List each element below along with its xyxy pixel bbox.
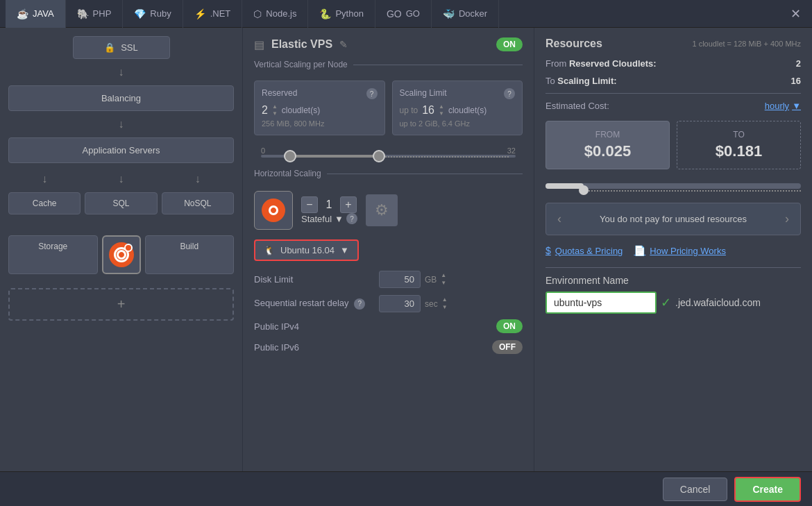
horiz-row: − 1 + Stateful ▼ ? ⚙ [254,191,523,230]
resources-divider [545,93,801,94]
sequential-restart-input[interactable] [379,295,421,312]
java-icon: ☕ [17,8,28,19]
tab-nodejs[interactable]: ⬡ Node.js [242,0,308,28]
disk-limit-input[interactable] [379,271,421,288]
scaling-spinner[interactable]: ▲ ▼ [439,103,444,117]
elastic-vps-header: ▤ Elastic VPS ✎ ON [254,37,523,51]
tab-java[interactable]: ☕ JAVA [6,0,66,28]
balancing-button[interactable]: Balancing [8,85,234,111]
tab-bar: ☕ JAVA 🐘 PHP 💎 Ruby ⚡ .NET ⬡ Node.js 🐍 P… [0,0,812,28]
tab-net-label: .NET [210,8,231,19]
price-cards: FROM $0.025 TO $0.181 [545,121,801,169]
how-pricing-works-link[interactable]: 📄 How Pricing Works [634,245,726,256]
cache-button[interactable]: Cache [8,192,81,214]
price-filled [545,183,584,189]
sequential-restart-row: Sequential restart delay ? sec ▲ ▼ [254,295,523,312]
vertical-slider[interactable]: 0 32 [254,146,523,158]
tab-go[interactable]: GO GO [375,0,432,28]
tab-ruby[interactable]: 💎 Ruby [123,0,183,28]
price-thumb[interactable] [579,185,589,195]
storage-button[interactable]: Storage [8,235,98,274]
vps-toggle[interactable]: ON [496,37,523,51]
disk-limit-spinner[interactable]: ▲ ▼ [441,272,446,287]
env-divider [545,267,801,268]
scaling-limit-box: Scaling Limit ? up to 16 ▲ ▼ cloudlet(s)… [392,81,523,135]
sql-button[interactable]: SQL [85,192,157,214]
reserved-help-icon[interactable]: ? [366,88,378,99]
to-scaling-value: 16 [791,76,801,86]
public-ipv4-row: Public IPv4 ON [254,319,523,333]
env-domain-suffix: .jed.wafaicloud.com [675,297,761,308]
ubuntu-icon-button[interactable] [102,235,141,274]
increment-button[interactable]: + [340,196,357,213]
tab-php[interactable]: 🐘 PHP [66,0,124,28]
to-scaling-label: To Scaling Limit: [545,76,617,86]
sequential-restart-spinner[interactable]: ▲ ▼ [442,296,448,311]
ubuntu-inner-ring [117,250,126,260]
estimated-cost-label: Estimated Cost: [545,101,609,111]
sequential-restart-help-icon[interactable]: ? [354,298,365,310]
add-node-button[interactable]: + [8,288,234,321]
quotas-pricing-link[interactable]: $ Quotas & Pricing [545,245,623,256]
create-button[interactable]: Create [734,477,801,502]
arrow-left-icon: ↓ [8,173,81,185]
node-row: Cache SQL NoSQL [8,192,234,214]
price-slider[interactable] [545,179,801,193]
ruby-icon: 💎 [134,8,146,19]
tab-docker-label: Docker [459,8,487,19]
vertical-scaling-label: Vertical Scaling per Node [254,60,348,69]
gear-button[interactable]: ⚙ [366,194,398,226]
slider-thumb-right[interactable] [373,150,385,162]
from-reserved-value: 2 [796,58,801,69]
arrow-right-icon: ↓ [162,173,234,185]
sequential-restart-value: sec ▲ ▼ [379,295,448,312]
cost-period-dropdown-icon: ▼ [792,101,801,111]
quotas-label: Quotas & Pricing [555,246,623,256]
stateful-help-icon[interactable]: ? [346,213,357,224]
check-icon: ✓ [661,295,671,310]
disk-limit-row: Disk Limit GB ▲ ▼ [254,271,523,288]
stateful-dropdown-icon: ▼ [335,214,344,224]
os-select-button[interactable]: 🐧 Ubuntu 16.04 ▼ [254,239,359,261]
cost-period-select[interactable]: hourly ▼ [765,101,801,111]
tab-net[interactable]: ⚡ .NET [183,0,243,28]
slider-thumb-left[interactable] [284,150,296,162]
tab-python[interactable]: 🐍 Python [308,0,375,28]
sequential-restart-unit: sec [425,299,438,309]
price-track [545,183,801,189]
tab-nodejs-label: Node.js [266,8,296,19]
tab-docker[interactable]: 🐳 Docker [432,0,499,28]
scaling-limit-help-icon[interactable]: ? [504,88,515,99]
reserved-value: 2 [262,104,268,117]
scaling-limit-label: Scaling Limit ? [400,88,516,99]
reserved-box: Reserved ? 2 ▲ ▼ cloudlet(s) 256 MiB, 80… [254,81,385,135]
tab-python-label: Python [335,8,363,19]
disk-limit-unit: GB [425,275,437,285]
sequential-restart-label: Sequential restart delay ? [254,298,379,310]
net-icon: ⚡ [194,8,206,19]
python-icon: 🐍 [319,8,331,19]
env-name-input[interactable] [545,292,657,314]
stateful-select[interactable]: Stateful ▼ ? [301,213,357,224]
os-icon: 🐧 [264,245,275,255]
public-ipv6-toggle[interactable]: OFF [492,340,523,354]
unused-resources-banner: ‹ You do not pay for unused resources › [545,203,801,235]
public-ipv4-toggle[interactable]: ON [496,319,523,333]
slider-min: 0 [261,146,265,155]
price-dotted-line [584,190,801,192]
close-button[interactable]: ✕ [785,6,806,22]
slider-labels: 0 32 [261,146,516,155]
nosql-button[interactable]: NoSQL [162,192,234,214]
node-count: 1 [322,199,336,211]
banner-right-arrow[interactable]: › [785,212,789,226]
build-button[interactable]: Build [145,235,235,274]
cancel-button[interactable]: Cancel [663,478,728,501]
edit-icon[interactable]: ✎ [339,39,348,50]
cloudlet-info: 1 cloudlet = 128 MiB + 400 MHz [692,40,801,48]
decrement-button[interactable]: − [301,196,318,213]
app-servers-button[interactable]: Application Servers [8,137,234,163]
disk-limit-value: GB ▲ ▼ [379,271,446,288]
ssl-button[interactable]: 🔒 SSL [73,36,170,59]
to-price-card: TO $0.181 [677,121,801,169]
reserved-spinner[interactable]: ▲ ▼ [272,103,278,117]
